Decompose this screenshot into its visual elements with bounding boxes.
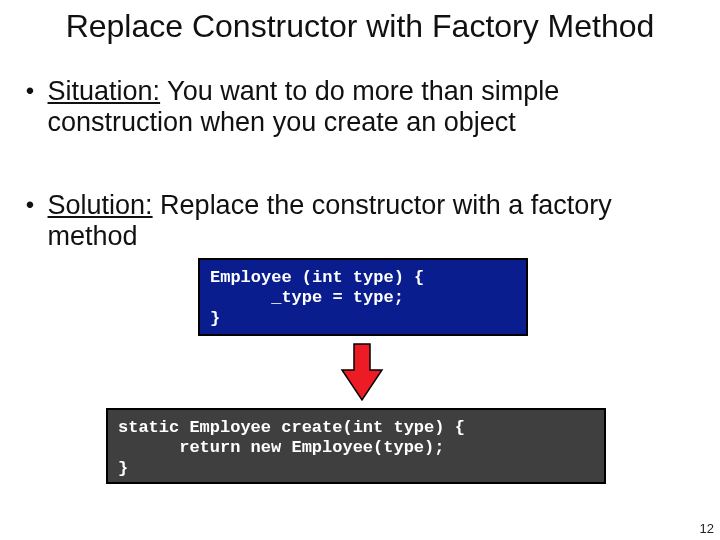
code-after-box: static Employee create(int type) { retur… xyxy=(106,408,606,484)
bullet-solution: • Solution: Replace the constructor with… xyxy=(20,190,700,252)
bullet-dot-icon: • xyxy=(20,76,40,106)
page-number: 12 xyxy=(700,521,714,536)
bullet-dot-icon: • xyxy=(20,190,40,220)
slide-title: Replace Constructor with Factory Method xyxy=(0,8,720,45)
bullet-solution-text: Solution: Replace the constructor with a… xyxy=(48,190,688,252)
code-before-box: Employee (int type) { _type = type; } xyxy=(198,258,528,336)
bullet-situation-text: Situation: You want to do more than simp… xyxy=(48,76,688,138)
situation-label: Situation: xyxy=(48,76,161,106)
arrow-down-icon xyxy=(340,342,384,402)
svg-marker-0 xyxy=(342,344,382,400)
solution-label: Solution: xyxy=(48,190,153,220)
bullet-situation: • Situation: You want to do more than si… xyxy=(20,76,700,138)
slide: Replace Constructor with Factory Method … xyxy=(0,0,720,540)
